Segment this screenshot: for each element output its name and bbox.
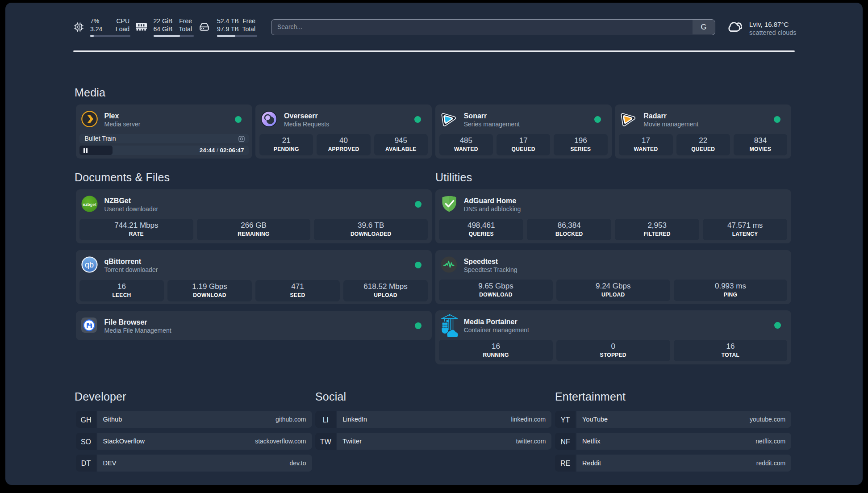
svg-text:qb: qb [84, 260, 93, 269]
svg-text:nzbget: nzbget [83, 201, 96, 206]
